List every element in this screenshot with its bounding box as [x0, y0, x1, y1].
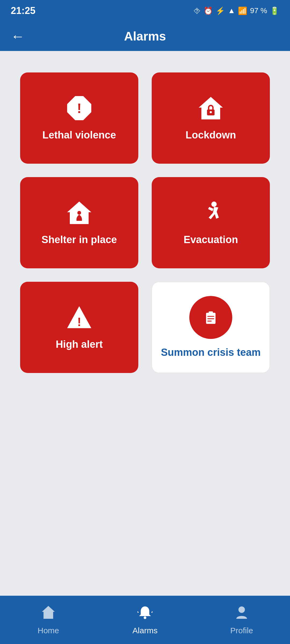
- nav-item-profile[interactable]: Profile: [193, 605, 290, 635]
- evacuation-label: Evacuation: [184, 234, 238, 246]
- bluetooth-icon: ⚡: [216, 6, 225, 15]
- alarm-row-3: ! High alert S: [16, 282, 274, 373]
- wifi-icon: ▲: [228, 6, 235, 15]
- alarm-card-lethal-violence[interactable]: ! Lethal violence: [20, 72, 138, 164]
- alarm-card-summon-crisis[interactable]: Summon crisis team: [152, 282, 270, 373]
- svg-text:!: !: [77, 315, 81, 328]
- bottom-nav: Home Alarms Profile: [0, 596, 290, 644]
- svg-point-4: [210, 111, 212, 113]
- house-lock-icon: [197, 95, 224, 122]
- alarms-label: Alarms: [132, 626, 157, 635]
- back-button[interactable]: ←: [11, 28, 25, 44]
- svg-marker-16: [42, 606, 55, 619]
- svg-point-7: [211, 202, 217, 207]
- svg-text:!: !: [77, 101, 82, 116]
- triangle-exclamation-icon: !: [66, 304, 93, 331]
- svg-marker-2: [199, 97, 223, 119]
- lockdown-label: Lockdown: [186, 129, 236, 141]
- lethal-violence-label: Lethal violence: [42, 129, 116, 141]
- status-bar: 21:25 ⯑ ⏰ ⚡ ▲ 📶 97 % 🔋: [0, 0, 290, 21]
- profile-icon: [234, 605, 249, 623]
- alarms-nav-icon: [137, 605, 153, 623]
- nav-item-home[interactable]: Home: [0, 605, 97, 635]
- home-icon: [41, 605, 56, 623]
- alarm-icon: ⏰: [204, 6, 213, 15]
- running-person-icon: [197, 199, 224, 226]
- profile-label: Profile: [230, 626, 253, 635]
- summon-crisis-label: Summon crisis team: [161, 346, 261, 359]
- house-person-icon: [66, 199, 93, 226]
- main-content: ! Lethal violence Lockdown: [0, 51, 290, 596]
- alarm-card-shelter[interactable]: Shelter in place: [20, 177, 138, 268]
- svg-point-6: [77, 211, 81, 215]
- alarm-row-1: ! Lethal violence Lockdown: [16, 72, 274, 164]
- status-icons: ⯑ ⏰ ⚡ ▲ 📶 97 % 🔋: [193, 6, 279, 15]
- home-label: Home: [38, 626, 59, 635]
- nfc-icon: ⯑: [193, 6, 201, 15]
- exclamation-octagon-icon: !: [66, 95, 93, 122]
- alarm-row-2: Shelter in place Evacuation: [16, 177, 274, 268]
- alarm-card-high-alert[interactable]: ! High alert: [20, 282, 138, 373]
- status-time: 21:25: [11, 5, 35, 16]
- svg-point-17: [144, 616, 146, 619]
- battery-icon: 🔋: [270, 6, 279, 15]
- svg-rect-11: [206, 313, 215, 324]
- clipboard-list-icon: [189, 296, 232, 339]
- alarm-card-evacuation[interactable]: Evacuation: [152, 177, 270, 268]
- alarm-card-lockdown[interactable]: Lockdown: [152, 72, 270, 164]
- battery-text: 97 %: [250, 6, 267, 15]
- app-header: ← Alarms: [0, 21, 290, 51]
- page-title: Alarms: [124, 29, 166, 43]
- back-arrow-icon: ←: [11, 28, 25, 44]
- svg-rect-12: [209, 312, 213, 314]
- svg-point-18: [238, 606, 245, 613]
- high-alert-label: High alert: [56, 338, 103, 351]
- nav-item-alarms[interactable]: Alarms: [97, 605, 193, 635]
- shelter-label: Shelter in place: [42, 234, 117, 246]
- signal-icon: 📶: [238, 6, 247, 15]
